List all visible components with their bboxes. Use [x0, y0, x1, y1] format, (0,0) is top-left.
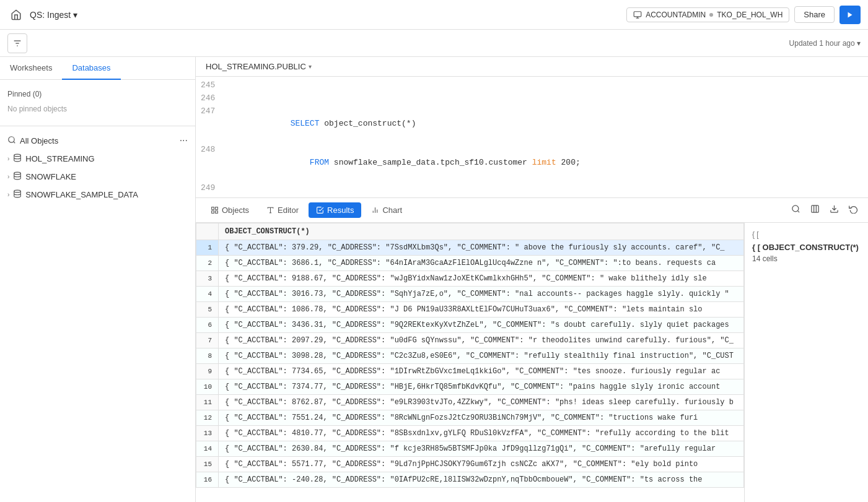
sidebar-tabs: Worksheets Databases [0, 57, 195, 80]
app-title[interactable]: QS: Ingest ▾ [30, 10, 77, 20]
share-button[interactable]: Share [794, 6, 835, 23]
row-value-cell[interactable]: { "C_ACCTBAL": 1086.78, "C_ADDRESS": "J … [219, 302, 744, 318]
column-header-object-construct: OBJECT_CONSTRUCT(*) [219, 223, 744, 240]
db-item-snowflake-sample[interactable]: › SNOWFLAKE_SAMPLE_DATA [0, 186, 195, 204]
results-area: OBJECT_CONSTRUCT(*) 1{ "C_ACCTBAL": 379.… [196, 223, 868, 502]
table-row[interactable]: 12{ "C_ACCTBAL": 7551.24, "C_ADDRESS": "… [196, 410, 744, 426]
tab-results[interactable]: Results [309, 202, 361, 218]
row-number-cell: 10 [196, 379, 219, 395]
tab-editor[interactable]: Editor [259, 202, 306, 218]
row-value-cell[interactable]: { "C_ACCTBAL": 9188.67, "C_ADDRESS": "wJ… [219, 271, 744, 287]
row-value-cell[interactable]: { "C_ACCTBAL": 4810.77, "C_ADDRESS": "8S… [219, 426, 744, 441]
table-row[interactable]: 9{ "C_ACCTBAL": 7734.65, "C_ADDRESS": "1… [196, 364, 744, 379]
svg-rect-12 [212, 207, 214, 210]
main-layout: Worksheets Databases Pinned (0) No pinne… [0, 57, 868, 502]
table-row[interactable]: 8{ "C_ACCTBAL": 3098.28, "C_ADDRESS": "C… [196, 348, 744, 364]
tab-databases[interactable]: Databases [62, 57, 120, 80]
tab-objects[interactable]: Objects [203, 202, 256, 218]
row-number-cell: 3 [196, 271, 219, 287]
right-panel-cell-count: 14 cells [752, 254, 861, 263]
home-icon[interactable] [7, 6, 25, 24]
table-row[interactable]: 15{ "C_ACCTBAL": 5571.77, "C_ADDRESS": "… [196, 457, 744, 472]
results-table: OBJECT_CONSTRUCT(*) 1{ "C_ACCTBAL": 379.… [196, 223, 744, 488]
row-value-cell[interactable]: { "C_ACCTBAL": 379.29, "C_ADDRESS": "7Ss… [219, 240, 744, 256]
table-row[interactable]: 16{ "C_ACCTBAL": -240.28, "C_ADDRESS": "… [196, 472, 744, 488]
row-number-cell: 14 [196, 441, 219, 457]
top-bar: QS: Ingest ▾ ACCOUNTADMIN TKO_DE_HOL_WH … [0, 0, 868, 30]
table-row[interactable]: 14{ "C_ACCTBAL": 2630.84, "C_ADDRESS": "… [196, 441, 744, 457]
sidebar: Worksheets Databases Pinned (0) No pinne… [0, 57, 196, 502]
code-line-247: 247 SELECT object_construct(*) [196, 105, 868, 144]
updated-text: Updated 1 hour ago ▾ [789, 39, 861, 48]
row-number-cell: 5 [196, 302, 219, 318]
row-value-cell[interactable]: { "C_ACCTBAL": 5571.77, "C_ADDRESS": "9L… [219, 457, 744, 472]
tab-worksheets[interactable]: Worksheets [0, 57, 62, 80]
table-row[interactable]: 11{ "C_ACCTBAL": 8762.87, "C_ADDRESS": "… [196, 395, 744, 410]
row-value-cell[interactable]: { "C_ACCTBAL": 3686.1, "C_ADDRESS": "64n… [219, 256, 744, 271]
svg-marker-3 [848, 12, 853, 17]
all-objects-label: All Objects [20, 136, 58, 145]
row-value-cell[interactable]: { "C_ACCTBAL": 3436.31, "C_ADDRESS": "9Q… [219, 318, 744, 333]
row-value-cell[interactable]: { "C_ACCTBAL": 3098.28, "C_ADDRESS": "C2… [219, 348, 744, 364]
filter-button[interactable] [7, 33, 27, 53]
row-value-cell[interactable]: { "C_ACCTBAL": -240.28, "C_ADDRESS": "0I… [219, 472, 744, 488]
separator-dot [709, 13, 713, 17]
run-button[interactable] [840, 6, 861, 24]
search-results-button[interactable] [789, 202, 803, 219]
no-pinned-text: No pinned objects [7, 102, 188, 116]
content-area: HOL_STREAMING.PUBLIC ▾ 245 246 247 SELEC… [196, 57, 868, 502]
sidebar-divider [0, 126, 195, 126]
filter-icon [12, 38, 22, 48]
row-value-cell[interactable]: { "C_ACCTBAL": 2097.29, "C_ADDRESS": "u0… [219, 333, 744, 348]
row-value-cell[interactable]: { "C_ACCTBAL": 8762.87, "C_ADDRESS": "e9… [219, 395, 744, 410]
svg-rect-14 [216, 211, 218, 214]
row-number-cell: 7 [196, 333, 219, 348]
row-value-cell[interactable]: { "C_ACCTBAL": 2630.84, "C_ADDRESS": "f … [219, 441, 744, 457]
pinned-section: Pinned (0) No pinned objects [0, 85, 195, 121]
row-value-cell[interactable]: { "C_ACCTBAL": 7551.24, "C_ADDRESS": "8R… [219, 410, 744, 426]
pinned-header: Pinned (0) [7, 90, 188, 98]
row-number-cell: 13 [196, 426, 219, 441]
tabs-right [789, 202, 861, 219]
search-icon[interactable] [7, 136, 16, 146]
row-number-header [196, 223, 219, 240]
objects-icon [211, 206, 219, 214]
code-editor[interactable]: 245 246 247 SELECT object_construct(*) 2… [196, 77, 868, 198]
code-line-245: 245 [196, 79, 868, 92]
columns-button[interactable] [808, 202, 822, 219]
row-number-cell: 6 [196, 318, 219, 333]
db-path-dropdown-icon[interactable]: ▾ [309, 63, 312, 70]
more-options-icon[interactable]: ··· [180, 135, 188, 146]
run-icon [846, 11, 854, 19]
history-icon [849, 204, 858, 214]
table-row[interactable]: 7{ "C_ACCTBAL": 2097.29, "C_ADDRESS": "u… [196, 333, 744, 348]
database-icon [13, 154, 22, 164]
history-button[interactable] [846, 202, 861, 219]
db-name-hol-streaming: HOL_STREAMING [25, 154, 94, 163]
table-row[interactable]: 6{ "C_ACCTBAL": 3436.31, "C_ADDRESS": "9… [196, 318, 744, 333]
top-bar-left: QS: Ingest ▾ [7, 6, 77, 24]
row-value-cell[interactable]: { "C_ACCTBAL": 7734.65, "C_ADDRESS": "1D… [219, 364, 744, 379]
table-row[interactable]: 2{ "C_ACCTBAL": 3686.1, "C_ADDRESS": "64… [196, 256, 744, 271]
svg-point-9 [14, 154, 21, 157]
right-panel-column-name: { [ OBJECT_CONSTRUCT(*) [752, 243, 861, 252]
database-icon [13, 171, 22, 182]
table-row[interactable]: 5{ "C_ACCTBAL": 1086.78, "C_ADDRESS": "J… [196, 302, 744, 318]
table-row[interactable]: 4{ "C_ACCTBAL": 3016.73, "C_ADDRESS": "S… [196, 287, 744, 302]
db-name-snowflake: SNOWFLAKE [25, 172, 76, 181]
download-button[interactable] [827, 202, 841, 219]
row-number-cell: 2 [196, 256, 219, 271]
table-row[interactable]: 13{ "C_ACCTBAL": 4810.77, "C_ADDRESS": "… [196, 426, 744, 441]
db-item-hol-streaming[interactable]: › HOL_STREAMING [0, 150, 195, 168]
svg-point-11 [14, 190, 21, 193]
row-value-cell[interactable]: { "C_ACCTBAL": 7374.77, "C_ADDRESS": "HB… [219, 379, 744, 395]
table-row[interactable]: 10{ "C_ACCTBAL": 7374.77, "C_ADDRESS": "… [196, 379, 744, 395]
table-row[interactable]: 3{ "C_ACCTBAL": 9188.67, "C_ADDRESS": "w… [196, 271, 744, 287]
row-value-cell[interactable]: { "C_ACCTBAL": 3016.73, "C_ADDRESS": "Sq… [219, 287, 744, 302]
results-table-container[interactable]: OBJECT_CONSTRUCT(*) 1{ "C_ACCTBAL": 379.… [196, 223, 744, 502]
chart-icon [371, 206, 379, 214]
tab-chart[interactable]: Chart [364, 202, 410, 218]
table-row[interactable]: 1{ "C_ACCTBAL": 379.29, "C_ADDRESS": "7S… [196, 240, 744, 256]
account-icon [633, 11, 642, 19]
db-item-snowflake[interactable]: › SNOWFLAKE [0, 168, 195, 186]
